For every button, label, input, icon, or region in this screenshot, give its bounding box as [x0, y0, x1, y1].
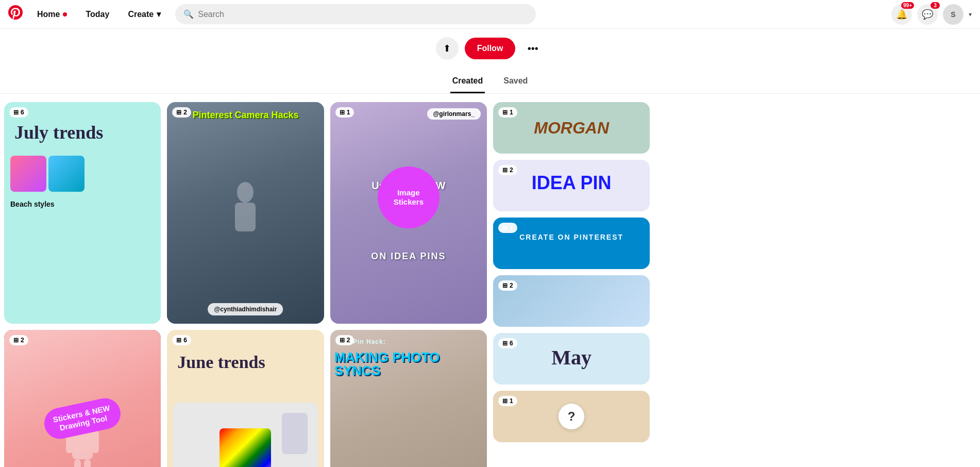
svg-rect-3	[92, 430, 99, 453]
camera-hacks-title: Pinterest Camera Hacks	[171, 110, 319, 121]
camera-handle: @cynthiadhimdishair	[208, 303, 283, 315]
pin-count-july: ⊞ 6	[9, 107, 28, 118]
share-icon: ⬆	[443, 43, 451, 54]
pin-count-photo-syncs: ⊞ 2	[335, 335, 354, 345]
nav-create[interactable]: Create ▾	[120, 5, 169, 23]
pin-image-stickers[interactable]: ⊞ 1 @girlonmars_ Using the NEW Image Sti…	[330, 102, 487, 324]
svg-rect-4	[74, 459, 81, 467]
tab-created-label: Created	[452, 76, 483, 85]
pin-count-morgan: ⊞ 1	[498, 107, 517, 118]
header-actions: 🔔 99+ 💬 3 S ▾	[891, 4, 972, 25]
stack-icon: ⊞	[502, 224, 508, 231]
pin-bottom4[interactable]: ⊞ 2	[493, 275, 650, 327]
pin-morgan[interactable]: ⊞ 1 MORGAN	[493, 102, 650, 154]
pin-help[interactable]: ⊞ 1 ?	[493, 391, 650, 442]
beach-thumb-1	[10, 156, 46, 192]
header: Home Today Create ▾ 🔍 🔔 99+ 💬 3 S ▾	[0, 0, 980, 29]
search-bar[interactable]: 🔍	[175, 4, 536, 24]
pin-count-stickers: ⊞ 2	[9, 335, 28, 345]
message-icon: 💬	[922, 9, 933, 20]
pin-idea-pin[interactable]: ⊞ 2 IDEA PIN	[493, 160, 650, 211]
morgan-title: MORGAN	[523, 108, 619, 148]
july-subtitle: Beach styles	[4, 196, 161, 212]
stack-icon: ⊞	[176, 109, 181, 116]
stack-icon: ⊞	[13, 337, 19, 344]
search-input[interactable]	[198, 10, 528, 19]
pin-stickers[interactable]: ⊞ 2 Stickers & NEW Drawing Tool @noznoza…	[4, 330, 161, 467]
messages-badge: 3	[931, 2, 940, 9]
pin-count-june: ⊞ 6	[172, 335, 191, 345]
more-options-button[interactable]: •••	[521, 37, 544, 60]
notifications-button[interactable]: 🔔 99+	[891, 4, 912, 25]
pin-count-help: ⊞ 1	[498, 396, 517, 406]
help-circle: ?	[559, 404, 584, 429]
main-nav: Home Today Create ▾	[29, 5, 169, 23]
more-icon: •••	[528, 43, 538, 55]
stack-icon: ⊞	[502, 109, 508, 116]
home-dot	[63, 12, 67, 16]
follow-button[interactable]: Follow	[465, 38, 516, 59]
pin-july-trends[interactable]: ⊞ 6 July trends Beach styles	[4, 102, 161, 324]
photo-syncs-bg: Idea Pin Hack: MAKING PHOTO SYNCS @prada…	[330, 330, 487, 467]
making-photo-syncs-title: MAKING PHOTO SYNCS	[334, 351, 483, 377]
nav-today[interactable]: Today	[77, 6, 117, 23]
image-stickers-badge: Image Stickers	[378, 166, 440, 228]
stack-icon: ⊞	[340, 337, 345, 344]
nav-home[interactable]: Home	[29, 6, 75, 23]
image-stickers-bg: @girlonmars_ Using the NEW Image Sticker…	[330, 102, 487, 324]
pin-grid: ⊞ 6 July trends Beach styles ⊞ 2	[0, 94, 980, 467]
pin-count-idea: ⊞ 2	[498, 165, 517, 175]
nav-create-label: Create	[128, 10, 154, 19]
nav-home-label: Home	[37, 10, 60, 19]
profile-tabs: Created Saved	[0, 64, 980, 94]
bell-icon: 🔔	[896, 9, 907, 20]
pin-create-pinterest[interactable]: ⊞ 1 CREATE ON PINTEREST	[493, 218, 650, 269]
share-button[interactable]: ⬆	[436, 37, 459, 60]
account-chevron-icon[interactable]: ▾	[969, 11, 972, 18]
stack-icon: ⊞	[176, 337, 181, 344]
help-symbol: ?	[568, 409, 576, 424]
june-prismatic-preview	[173, 403, 317, 467]
image-stickers-handle-tag: @girlonmars_	[427, 108, 481, 120]
avatar-button[interactable]: S	[943, 4, 964, 25]
beach-thumbnails	[4, 152, 161, 196]
pinterest-logo[interactable]	[8, 5, 23, 23]
svg-rect-7	[235, 203, 256, 231]
stack-icon: ⊞	[502, 340, 508, 347]
svg-point-6	[237, 182, 254, 203]
profile-actions: ⬆ Follow •••	[0, 29, 980, 64]
stack-icon: ⊞	[502, 166, 508, 174]
pin-count-bottom4: ⊞ 2	[498, 280, 517, 291]
pin-count-camera: ⊞ 2	[172, 107, 191, 118]
rainbow-square	[219, 428, 271, 467]
stack-icon: ⊞	[502, 282, 508, 289]
pin-count-create: ⊞ 1	[498, 223, 517, 233]
notifications-badge: 99+	[901, 2, 914, 9]
pin-may[interactable]: ⊞ 6 May	[493, 333, 650, 385]
stack-icon: ⊞	[340, 109, 345, 116]
tab-created[interactable]: Created	[450, 72, 485, 93]
tab-saved-label: Saved	[503, 76, 528, 85]
pin-count-may: ⊞ 6	[498, 338, 517, 348]
pin-camera-hacks[interactable]: ⊞ 2 Pinterest Camera Hacks @cynthiadhimd…	[167, 102, 324, 324]
june-trends-title: June trends	[167, 330, 324, 377]
follow-label: Follow	[477, 44, 503, 53]
on-idea-pins-label: ON IDEA PINS	[330, 251, 487, 262]
create-label: CREATE ON PINTEREST	[493, 218, 650, 257]
stack-icon: ⊞	[502, 397, 508, 405]
messages-button[interactable]: 💬 3	[917, 4, 938, 25]
avatar-initial: S	[951, 10, 955, 19]
search-icon: 🔍	[183, 9, 194, 19]
svg-rect-5	[84, 459, 91, 467]
camera-bg: Pinterest Camera Hacks @cynthiadhimdisha…	[167, 102, 324, 324]
pin-june-trends[interactable]: ⊞ 6 June trends Prismatic home decor	[167, 330, 324, 467]
nav-today-label: Today	[86, 10, 109, 19]
stickers-bg: Stickers & NEW Drawing Tool @noznozawa	[4, 330, 161, 467]
pin-photo-syncs[interactable]: ⊞ 2 Idea Pin Hack: MAKING PHOTO SYNCS @p…	[330, 330, 487, 467]
pin-count-image-stickers: ⊞ 1	[335, 107, 354, 118]
tab-saved[interactable]: Saved	[501, 72, 530, 93]
beach-thumb-2	[48, 156, 85, 192]
idea-pin-title: IDEA PIN	[493, 160, 650, 206]
stack-icon: ⊞	[13, 109, 19, 116]
chevron-down-icon: ▾	[157, 9, 161, 19]
